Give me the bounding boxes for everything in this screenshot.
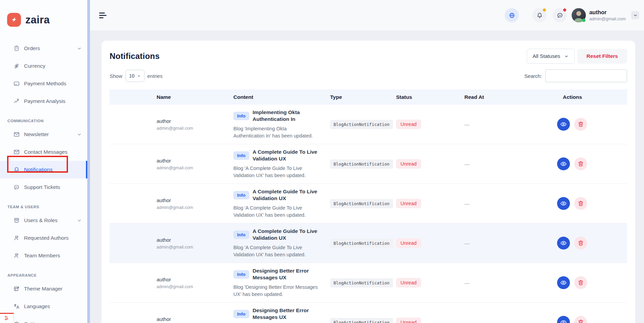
info-badge: Info bbox=[233, 310, 249, 318]
sidebar-item-support-tickets[interactable]: Support Tickets bbox=[0, 178, 87, 196]
sidebar-item-orders[interactable]: Orders bbox=[0, 40, 87, 57]
chart-trend-icon bbox=[13, 98, 20, 105]
delete-notification-button[interactable] bbox=[574, 237, 587, 250]
theme-icon bbox=[13, 285, 20, 292]
sidebar-item-label: Currency bbox=[24, 63, 45, 69]
gear-icon bbox=[13, 321, 20, 323]
sidebar-item-payment-analysis[interactable]: Payment Analysis bbox=[0, 92, 87, 110]
read-at-cell: — bbox=[464, 122, 563, 127]
actions-cell bbox=[557, 118, 627, 131]
sidebar-item-theme-manager[interactable]: Theme Manager bbox=[0, 280, 87, 298]
header-type: Type bbox=[330, 94, 396, 100]
sidebar-scrollbar[interactable] bbox=[87, 0, 90, 323]
messages-button[interactable] bbox=[553, 8, 567, 22]
view-notification-button[interactable] bbox=[557, 118, 570, 131]
search-label: Search: bbox=[524, 73, 542, 79]
user-menu-chevron-button[interactable] bbox=[631, 11, 639, 19]
row-user-name: author bbox=[157, 158, 233, 164]
status-filter-select[interactable]: All Statuses bbox=[527, 49, 575, 64]
eye-icon bbox=[560, 121, 567, 128]
table-row: author admin@gmail.com Info A Complete G… bbox=[110, 144, 627, 184]
topbar: author admin@gmail.com bbox=[90, 0, 644, 31]
row-user-email: admin@gmail.com bbox=[157, 126, 233, 131]
sidebar-item-label: Support Tickets bbox=[24, 184, 60, 190]
name-cell: author admin@gmail.com bbox=[157, 277, 233, 289]
sidebar-toggle-button[interactable] bbox=[99, 13, 107, 18]
row-user-name: author bbox=[157, 118, 233, 124]
bell-icon bbox=[536, 12, 543, 19]
type-badge: BlogActionNotification bbox=[330, 159, 393, 169]
online-status-dot bbox=[582, 19, 585, 22]
name-cell: author admin@gmail.com bbox=[157, 237, 233, 250]
chevron-down-icon bbox=[77, 218, 82, 223]
sidebar-item-label: Newsletter bbox=[24, 131, 49, 137]
archive-box-icon bbox=[13, 217, 20, 224]
reset-filters-button[interactable]: Reset Filters bbox=[577, 49, 627, 64]
read-at-cell: — bbox=[464, 320, 563, 323]
page-size-select[interactable]: 10 bbox=[125, 70, 144, 82]
sidebar-item-payment-methods[interactable]: Payment Methods bbox=[0, 75, 87, 92]
sidebar-item-requested-authors[interactable]: Requested Authors bbox=[0, 229, 87, 247]
delete-notification-button[interactable] bbox=[574, 197, 587, 210]
page-title: Notifications bbox=[110, 51, 160, 61]
eye-icon bbox=[560, 319, 567, 323]
info-badge: Info bbox=[233, 191, 249, 199]
delete-notification-button[interactable] bbox=[574, 157, 587, 170]
delete-notification-button[interactable] bbox=[574, 316, 587, 323]
info-badge: Info bbox=[233, 270, 249, 279]
sidebar-item-team-members[interactable]: Team Members bbox=[0, 247, 87, 264]
sidebar-item-notifications[interactable]: Notifications bbox=[0, 161, 87, 178]
brand-logo[interactable]: zaira bbox=[0, 0, 87, 31]
table-row: author admin@gmail.com Info A Complete G… bbox=[110, 184, 627, 223]
sidebar-item-currency[interactable]: Currency bbox=[0, 57, 87, 75]
view-notification-button[interactable] bbox=[557, 197, 570, 210]
actions-cell bbox=[557, 316, 627, 323]
status-badge: Unread bbox=[396, 159, 421, 169]
status-cell: Unread bbox=[396, 278, 464, 287]
sidebar-item-label: Team Members bbox=[24, 253, 60, 259]
show-label: Show bbox=[110, 73, 122, 79]
entries-label: entries bbox=[147, 73, 163, 79]
row-user-email: admin@gmail.com bbox=[157, 165, 233, 170]
notifications-table-body: author admin@gmail.com Info Implementing… bbox=[110, 105, 627, 323]
sidebar-item-label: Settings bbox=[24, 321, 43, 323]
view-notification-button[interactable] bbox=[557, 157, 570, 170]
content-cell: Info Designing Better Error Messages UX … bbox=[233, 263, 330, 302]
view-notification-button[interactable] bbox=[557, 276, 570, 289]
sidebar-item-label: Payment Methods bbox=[24, 81, 66, 87]
topbar-actions: author admin@gmail.com bbox=[505, 8, 644, 22]
status-cell: Unread bbox=[396, 238, 464, 248]
debugbar-toggle[interactable] bbox=[0, 313, 14, 323]
user-menu[interactable]: author admin@gmail.com bbox=[572, 8, 639, 22]
message-dot-badge bbox=[563, 8, 566, 12]
header-status: Status bbox=[396, 94, 464, 100]
chevron-down-icon bbox=[137, 74, 141, 78]
name-cell: author admin@gmail.com bbox=[157, 158, 233, 170]
view-notification-button[interactable] bbox=[557, 237, 570, 250]
user-icon bbox=[13, 252, 20, 259]
status-badge: Unread bbox=[396, 318, 421, 323]
header-read-at: Read At bbox=[464, 94, 563, 100]
language-globe-button[interactable] bbox=[505, 8, 519, 22]
type-cell: BlogActionNotification bbox=[330, 239, 396, 248]
sidebar-item-label: Payment Analysis bbox=[24, 98, 65, 104]
chevron-down-icon bbox=[633, 13, 638, 18]
sidebar-item-label: Languages bbox=[24, 303, 50, 309]
name-cell: author admin@gmail.com bbox=[157, 118, 233, 131]
sidebar-item-newsletter[interactable]: Newsletter bbox=[0, 126, 87, 143]
bell-icon bbox=[13, 166, 20, 173]
view-notification-button[interactable] bbox=[557, 316, 570, 323]
content-cell: Info Implementing Okta Authentication In… bbox=[233, 105, 330, 144]
search-input[interactable] bbox=[545, 69, 627, 82]
header-content: Content bbox=[233, 94, 330, 100]
delete-notification-button[interactable] bbox=[574, 118, 587, 131]
search-group: Search: bbox=[524, 69, 627, 82]
delete-notification-button[interactable] bbox=[574, 276, 587, 289]
user-icon bbox=[13, 235, 20, 241]
chevron-down-icon bbox=[77, 132, 82, 137]
notifications-bell-button[interactable] bbox=[532, 8, 547, 22]
notification-description: Blog 'A Complete Guide To Live Validatio… bbox=[233, 244, 319, 258]
type-badge: BlogActionNotification bbox=[330, 120, 393, 129]
sidebar-item-users-roles[interactable]: Users & Roles bbox=[0, 212, 87, 229]
sidebar-item-contact-messages[interactable]: Contact Messages bbox=[0, 143, 87, 161]
